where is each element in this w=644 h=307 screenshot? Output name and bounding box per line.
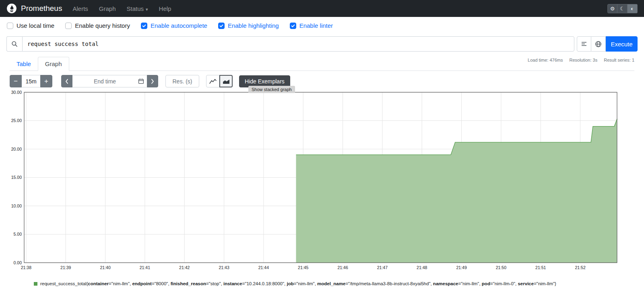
settings-button[interactable]: ⚙ — [607, 4, 617, 13]
check-icon — [291, 23, 295, 28]
hide-exemplars-button[interactable]: Hide Exemplars — [239, 75, 290, 87]
svg-text:5.00: 5.00 — [14, 232, 22, 236]
checkbox-box — [65, 23, 72, 29]
stacked-graph-tooltip: Show stacked graph — [248, 86, 295, 93]
checkbox-label: Use local time — [17, 22, 54, 29]
checkbox-label: Enable query history — [75, 22, 130, 29]
svg-text:10.00: 10.00 — [11, 203, 22, 208]
query-buttons: Execute — [577, 36, 638, 52]
graph-type-toggle — [206, 75, 233, 87]
end-time-input[interactable] — [72, 75, 147, 87]
query-history-checkbox[interactable]: Enable query history — [65, 22, 130, 29]
metrics-explorer-button[interactable] — [591, 36, 606, 52]
gear-icon: ⚙ — [610, 6, 615, 12]
query-bar: Execute — [6, 36, 638, 52]
theme-switcher: ⚙ ☾ ◐ — [607, 4, 638, 13]
top-navbar: Prometheus Alerts Graph Status▾ Help ⚙ ☾… — [0, 0, 644, 17]
globe-icon — [595, 41, 602, 48]
caret-down-icon: ▾ — [146, 7, 148, 12]
svg-text:21:42: 21:42 — [179, 265, 190, 270]
range-input[interactable]: 15m — [22, 75, 40, 87]
increase-range-button[interactable]: + — [40, 75, 52, 87]
autocomplete-checkbox[interactable]: Enable autocomplete — [141, 22, 207, 29]
shift-time-back-button[interactable] — [61, 75, 72, 87]
svg-text:21:48: 21:48 — [417, 265, 427, 270]
app-title[interactable]: Prometheus — [21, 4, 62, 13]
line-chart-icon — [209, 79, 217, 84]
decrease-range-button[interactable]: − — [10, 75, 22, 87]
search-addon — [6, 36, 22, 52]
checkbox-label: Enable highlighting — [228, 22, 279, 29]
svg-text:21:38: 21:38 — [21, 265, 31, 270]
svg-text:25.00: 25.00 — [11, 118, 22, 123]
svg-text:21:46: 21:46 — [337, 265, 348, 270]
resolution: Resolution: 3s — [569, 58, 597, 62]
svg-text:21:50: 21:50 — [496, 265, 506, 270]
check-icon — [219, 23, 224, 28]
shift-time-forward-button[interactable] — [147, 75, 158, 87]
load-time: Load time: 476ms — [528, 58, 563, 62]
resolution-input[interactable] — [165, 75, 199, 87]
nav-item-alerts[interactable]: Alerts — [72, 5, 88, 12]
svg-text:21:40: 21:40 — [100, 265, 110, 270]
svg-text:30.00: 30.00 — [11, 91, 22, 95]
legend-item[interactable]: request_success_total{container="nim-llm… — [40, 281, 556, 286]
stacked-graph-toggle[interactable] — [219, 75, 233, 87]
execute-button[interactable]: Execute — [606, 36, 638, 52]
svg-text:21:44: 21:44 — [258, 265, 269, 270]
line-graph-toggle[interactable] — [206, 75, 219, 87]
query-stats: Load time: 476ms Resolution: 3s Result s… — [528, 58, 634, 62]
svg-text:21:39: 21:39 — [60, 265, 71, 270]
stacked-chart-icon — [223, 79, 230, 84]
linter-checkbox[interactable]: Enable linter — [290, 22, 333, 29]
moon-icon: ☾ — [620, 6, 625, 12]
query-expression-input[interactable] — [22, 36, 574, 52]
tab-table[interactable]: Table — [10, 57, 38, 71]
main-nav: Alerts Graph Status▾ Help — [72, 5, 182, 12]
end-time-wrap — [72, 75, 147, 87]
svg-text:21:47: 21:47 — [377, 265, 388, 270]
checkbox-label: Enable linter — [299, 22, 333, 29]
svg-text:21:43: 21:43 — [219, 265, 229, 270]
svg-text:21:41: 21:41 — [140, 265, 150, 270]
legend-swatch — [34, 282, 37, 286]
search-icon — [11, 41, 18, 47]
checkbox-box — [7, 23, 13, 29]
tab-graph[interactable]: Graph — [38, 57, 69, 71]
nav-item-help[interactable]: Help — [159, 5, 171, 12]
nav-status-label: Status — [127, 5, 144, 12]
list-options-icon — [581, 41, 587, 47]
svg-text:15.00: 15.00 — [11, 175, 22, 180]
highlighting-checkbox[interactable]: Enable highlighting — [218, 22, 279, 29]
auto-theme-button[interactable]: ◐ — [627, 4, 638, 13]
result-tabs: Table Graph Load time: 476ms Resolution:… — [10, 56, 634, 71]
prometheus-logo-icon[interactable] — [6, 3, 17, 14]
svg-text:21:52: 21:52 — [575, 265, 585, 270]
checkbox-box — [218, 23, 225, 29]
graph-controls: − 15m + Hide Exemplars Show stacked grap… — [10, 75, 634, 87]
svg-text:21:49: 21:49 — [456, 265, 466, 270]
range-group: − 15m + — [10, 75, 52, 87]
contrast-icon: ◐ — [631, 6, 634, 12]
query-options-bar: Use local time Enable query history Enab… — [0, 17, 644, 34]
nav-item-status[interactable]: Status▾ — [127, 5, 148, 12]
svg-text:21:51: 21:51 — [535, 265, 546, 270]
nav-item-graph[interactable]: Graph — [99, 5, 116, 12]
chevron-left-icon — [65, 79, 69, 84]
svg-text:0.00: 0.00 — [14, 260, 22, 265]
query-options-button[interactable] — [577, 36, 591, 52]
checkbox-box — [290, 23, 296, 29]
use-local-time-checkbox[interactable]: Use local time — [7, 22, 54, 29]
svg-text:21:45: 21:45 — [298, 265, 308, 270]
end-time-group — [61, 75, 158, 87]
dark-theme-button[interactable]: ☾ — [617, 4, 627, 13]
checkbox-label: Enable autocomplete — [151, 22, 207, 29]
check-icon — [142, 23, 147, 28]
checkbox-box — [141, 23, 147, 29]
time-series-chart[interactable]: 21:3821:3921:4021:4121:4221:4321:4421:45… — [10, 91, 634, 276]
legend: request_success_total{container="nim-llm… — [34, 281, 634, 286]
result-series: Result series: 1 — [604, 58, 634, 62]
chevron-right-icon — [151, 79, 155, 84]
svg-text:20.00: 20.00 — [11, 147, 22, 151]
